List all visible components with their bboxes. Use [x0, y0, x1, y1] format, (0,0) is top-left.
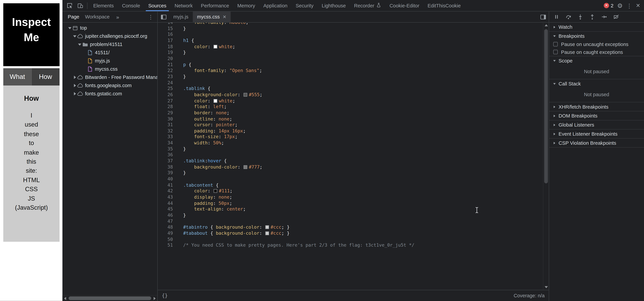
line-number[interactable]: 49 — [158, 231, 173, 237]
code-line[interactable]: 16 — [158, 32, 543, 38]
tree-item-myjs-js[interactable]: myjs.js — [62, 57, 157, 65]
code-line[interactable]: 15} — [158, 26, 543, 32]
console-error-badge[interactable]: ✕ 2 — [604, 3, 614, 9]
line-number[interactable]: 17 — [158, 38, 173, 44]
devtools-tab-security[interactable]: Security — [292, 0, 318, 11]
line-number[interactable]: 22 — [158, 68, 173, 74]
code-line[interactable]: 40 — [158, 176, 543, 182]
scroll-left-icon[interactable] — [62, 297, 68, 300]
devtools-tab-performance[interactable]: Performance — [197, 0, 233, 11]
step-into-icon[interactable] — [577, 14, 584, 20]
line-number[interactable]: 44 — [158, 200, 173, 206]
code-line[interactable]: 33 font-size: 17px; — [158, 134, 543, 140]
code-line[interactable]: 28 float: left; — [158, 104, 543, 110]
tree-item-41511[interactable]: 41511/ — [62, 49, 157, 57]
line-number[interactable]: 38 — [158, 164, 173, 170]
more-tabs-icon[interactable]: » — [112, 14, 123, 20]
inspect-element-icon[interactable] — [64, 1, 75, 11]
pretty-print-icon[interactable]: {} — [162, 293, 168, 298]
section-header-watch[interactable]: Watch — [549, 23, 644, 31]
line-number[interactable]: 40 — [158, 176, 173, 182]
site-tab-what[interactable]: What — [3, 68, 32, 86]
code-line[interactable]: 34 width: 50%; — [158, 140, 543, 146]
code-line[interactable]: 36 — [158, 152, 543, 158]
gear-icon[interactable]: ⚙ — [617, 3, 623, 9]
deactivate-breakpoints-icon[interactable] — [613, 14, 619, 20]
tree-item-jupiter-challenges-picoctf-org[interactable]: jupiter.challenges.picoctf.org — [62, 32, 157, 40]
line-number[interactable]: 28 — [158, 104, 173, 110]
code-line[interactable]: 38 background-color: #777; — [158, 164, 543, 170]
color-swatch[interactable] — [214, 99, 217, 103]
device-toolbar-icon[interactable] — [75, 1, 86, 11]
code-line[interactable]: 41.tabcontent { — [158, 182, 543, 188]
line-number[interactable]: 47 — [158, 219, 173, 225]
code-line[interactable]: 20 — [158, 56, 543, 62]
code-line[interactable]: 42 color: #111; — [158, 188, 543, 195]
scrollbar-thumb[interactable] — [68, 296, 151, 300]
devtools-tab-recorder[interactable]: Recorder — [350, 0, 385, 11]
code-line[interactable]: 50 — [158, 237, 543, 243]
line-number[interactable]: 18 — [158, 44, 173, 50]
code-line[interactable]: 37.tablink:hover { — [158, 158, 543, 164]
code-line[interactable]: 51/* You need CSS to make pretty pages. … — [158, 243, 543, 249]
code-line[interactable]: 30 outline: none; — [158, 116, 543, 122]
devtools-tab-console[interactable]: Console — [118, 0, 144, 11]
section-header-breakpoints[interactable]: Breakpoints — [549, 32, 644, 40]
navigator-tab-page[interactable]: Page — [65, 12, 82, 22]
devtools-tab-sources[interactable]: Sources — [144, 0, 170, 11]
color-swatch[interactable] — [265, 225, 269, 229]
code-line[interactable]: 45 text-align: center; — [158, 206, 543, 212]
line-number[interactable]: 39 — [158, 170, 173, 176]
line-number[interactable]: 25 — [158, 86, 173, 92]
section-header-dom-breakpoints[interactable]: DOM Breakpoints — [549, 112, 644, 120]
line-number[interactable]: 45 — [158, 206, 173, 212]
line-number[interactable]: 14 — [158, 23, 173, 26]
devtools-tab-memory[interactable]: Memory — [233, 0, 259, 11]
line-number[interactable]: 51 — [158, 243, 173, 249]
line-number[interactable]: 48 — [158, 225, 173, 231]
devtools-tab-network[interactable]: Network — [170, 0, 197, 11]
pause-script-icon[interactable] — [553, 14, 560, 20]
line-number[interactable]: 16 — [158, 32, 173, 38]
editor-tab-mycss-css[interactable]: mycss.css✕ — [193, 12, 231, 22]
checkbox[interactable] — [553, 50, 558, 54]
code-line[interactable]: 35} — [158, 146, 543, 152]
scroll-down-icon[interactable] — [544, 286, 548, 288]
navigator-horizontal-scrollbar[interactable] — [62, 295, 157, 301]
line-number[interactable]: 29 — [158, 110, 173, 116]
code-line[interactable]: 39} — [158, 170, 543, 176]
navigator-tab-workspace[interactable]: Workspace — [82, 12, 112, 22]
line-number[interactable]: 31 — [158, 122, 173, 128]
line-number[interactable]: 42 — [158, 188, 173, 195]
color-swatch[interactable] — [214, 189, 217, 193]
color-swatch[interactable] — [244, 165, 247, 169]
kebab-menu-icon[interactable]: ⋮ — [626, 3, 632, 9]
line-number[interactable]: 20 — [158, 56, 173, 62]
section-header-scope[interactable]: Scope — [549, 56, 644, 65]
code-line[interactable]: 31 cursor: pointer; — [158, 122, 543, 128]
code-line[interactable]: 46} — [158, 212, 543, 219]
code-line[interactable]: 29 border: none; — [158, 110, 543, 116]
line-number[interactable]: 30 — [158, 116, 173, 122]
code-line[interactable]: 14 font-family: Roboto; — [158, 23, 543, 26]
code-line[interactable]: 32 padding: 14px 16px; — [158, 128, 543, 134]
line-number[interactable]: 34 — [158, 140, 173, 146]
line-number[interactable]: 23 — [158, 74, 173, 80]
section-header-global-listeners[interactable]: Global Listeners — [549, 121, 644, 129]
line-number[interactable]: 21 — [158, 62, 173, 68]
navigator-menu-icon[interactable]: ⋮ — [146, 14, 156, 20]
code-line[interactable]: 26 background-color: #555; — [158, 92, 543, 98]
toggle-debugger-sidebar-icon[interactable] — [537, 12, 549, 22]
close-tab-icon[interactable]: ✕ — [222, 14, 226, 20]
scroll-up-icon[interactable] — [544, 24, 548, 26]
code-editor[interactable]: 14 font-family: Roboto;15}1617h1 {18 col… — [158, 23, 548, 290]
code-line[interactable]: 43 display: none; — [158, 194, 543, 200]
tree-item-problem-41511[interactable]: problem/41511 — [62, 40, 157, 49]
line-number[interactable]: 50 — [158, 237, 173, 243]
editor-vertical-scrollbar[interactable] — [543, 23, 549, 290]
devtools-tab-elements[interactable]: Elements — [89, 0, 118, 11]
color-swatch[interactable] — [244, 93, 247, 97]
code-line[interactable]: 48#tabintro { background-color: #ccc; } — [158, 225, 543, 231]
code-line[interactable]: 22 font-family: "Open Sans"; — [158, 68, 543, 74]
color-swatch[interactable] — [214, 45, 217, 48]
